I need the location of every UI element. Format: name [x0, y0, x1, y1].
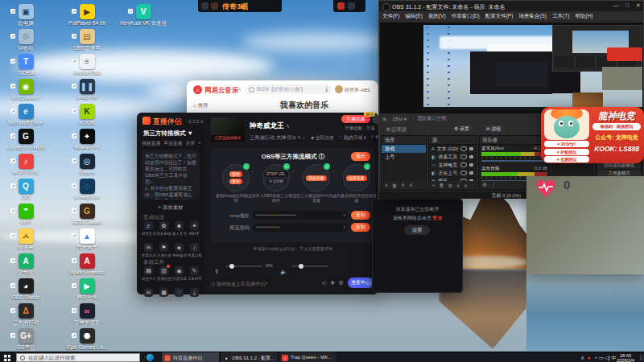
desktop-icon-腾讯先锋[interactable]: ▶↗腾讯先锋 — [60, 278, 114, 300]
tray-chevron-icon[interactable]: ∧ — [580, 355, 584, 361]
source-item-正在上号[interactable]: ◧正在上号 — [429, 169, 476, 177]
stat-我的守候 1[interactable]: ♡ 我的守候 1 — [338, 134, 366, 142]
obs-titlebar[interactable]: OBS 31.1.2 - 配置文件: 未命名 - 场景: 未命名 — □ ✕ — [379, 1, 643, 11]
lock-icon[interactable] — [469, 171, 473, 175]
background-window-strip[interactable]: 传奇3崛 — [198, 0, 282, 12]
obs-preview-canvas[interactable] — [380, 23, 643, 113]
add-tab-button[interactable]: + — [198, 140, 200, 147]
scene-item-上号[interactable]: 上号 — [382, 153, 426, 161]
menu-停靠窗口(D)[interactable]: 停靠窗口(D) — [452, 13, 480, 20]
desktop-icon-Microsoft Edge[interactable]: e↗Microsoft Edge — [0, 104, 52, 125]
stat-全民任务[interactable]: ◈ 全民任务 — [311, 134, 334, 142]
menu-帮助(H)[interactable]: 帮助(H) — [575, 13, 592, 20]
desktop-icon-微信[interactable]: ❞↗微信 — [0, 204, 52, 225]
desktop-icon-Epic Games La...[interactable]: ⬣↗Epic Games La... — [60, 328, 114, 350]
user-name[interactable]: 听世界·ABS — [345, 87, 374, 94]
desktop-icon-哈基米[interactable]: ㅅ↗哈基米 — [0, 228, 52, 250]
tool-运营学堂[interactable]: ◉运营学堂 — [171, 266, 187, 281]
tool-AI助手[interactable]: ✦AI助手 — [187, 221, 202, 236]
mic-icon[interactable]: 🎙 — [214, 269, 220, 274]
sources-dock-toolbar[interactable]: +🗑⚙∧∨ — [429, 181, 476, 189]
exit-mode-button[interactable]: 退出 — [351, 152, 370, 161]
step-mini-button[interactable]: 复制 — [229, 171, 242, 177]
desktop-icon-OBS Studio[interactable]: ◕↗OBS Studio — [0, 278, 52, 300]
broadcast-remind[interactable]: 开播提醒 · 分享 — [345, 125, 375, 131]
scenes-dock-title[interactable]: 场景 — [382, 136, 426, 145]
search-input[interactable]: BGM【好听的小曲】 — [246, 84, 332, 94]
menu-文件(F)[interactable]: 文件(F) — [382, 13, 399, 20]
desktop-icon-GG平台[interactable]: G+↗GG平台 — [0, 328, 52, 350]
edge-taskbar-icon[interactable] — [147, 354, 154, 361]
desktop-icon-Apex Legends[interactable]: A↗Apex Legends — [60, 253, 114, 275]
scenes-dock-toolbar[interactable]: +🗑∧∨ — [382, 181, 426, 189]
maximize-button[interactable]: □ — [622, 2, 632, 8]
scene-item-游戏[interactable]: 游戏 — [382, 145, 426, 153]
chevron-down-icon[interactable]: ▾ — [343, 211, 345, 220]
tool-真人互动[interactable]: ☻真人互动 — [171, 221, 187, 236]
step-circle[interactable]: 结束直播✓ — [343, 164, 370, 191]
copy-key-button[interactable]: 复制 — [351, 223, 370, 232]
desktop-icon-迅游加速器[interactable]: ◌↗迅游加速器 — [60, 179, 114, 200]
fit-window-label[interactable]: 适应窗口空间 — [417, 115, 446, 122]
add-material-button[interactable]: + 添加素材 — [137, 204, 204, 212]
tool-工单助手[interactable]: ✎工单助手 — [187, 266, 202, 281]
edit-icon[interactable]: ✎ ⌕ — [297, 135, 305, 140]
footer-tool-icons[interactable]: ◴❖⚙ — [322, 280, 344, 286]
desktop-icon-ToDesk[interactable]: T↗ToDesk — [0, 54, 52, 76]
avatar[interactable] — [335, 85, 343, 93]
tool-主播任务[interactable]: ⚑主播任务 — [156, 243, 171, 257]
source-item-文本 (GDI+)[interactable]: A文本 (GDI+) — [429, 145, 476, 153]
close-button[interactable]: ✕ — [634, 2, 643, 9]
tool-弹幕玩法[interactable]: ✉弹幕玩法 — [141, 243, 156, 257]
sources-dock-title[interactable]: 源 — [429, 136, 476, 145]
background-window-strip[interactable] — [333, 0, 365, 12]
taskbar-task-OBS 31.1.2 - 配置...[interactable]: ◕OBS 31.1.2 - 配置... — [220, 352, 278, 362]
menu-工具(T)[interactable]: 工具(T) — [552, 13, 569, 20]
minimize-button[interactable]: — — [611, 2, 621, 8]
visibility-eye-icon[interactable] — [460, 154, 467, 159]
tab-视频直播[interactable]: 视频直播 — [142, 140, 160, 147]
sidebar-item-recommend[interactable]: ⌂ 推荐 — [193, 102, 208, 109]
source-item-弹幕工具[interactable]: ◧弹幕工具 — [429, 153, 476, 161]
desktop-icon-Steam[interactable]: ◎↗Steam — [60, 154, 114, 175]
menu-视图(V)[interactable]: 视图(V) — [428, 13, 446, 20]
tray-app-icon[interactable]: ● — [588, 355, 591, 360]
mic-slider-knob[interactable] — [229, 264, 234, 269]
speaker-icon[interactable]: 🔈 — [280, 269, 287, 274]
danmaku-settings-button[interactable]: 设置 — [404, 225, 430, 235]
stream-key-field[interactable]: ••••••••••••••▾ — [253, 223, 348, 232]
chevron-down-icon[interactable]: ▾ — [343, 223, 345, 232]
source-item-龙神电竞[interactable]: ▭龙神电竞 — [429, 161, 476, 169]
zoom-icon[interactable]: ⊞ — [382, 116, 386, 121]
desktop-icon-QQ[interactable]: Q↗QQ — [0, 179, 52, 200]
zoom-level[interactable]: 25% ▾ — [390, 115, 410, 122]
copy-rtmp-button[interactable]: 复制 — [351, 211, 370, 220]
desktop-icon-百度网盘[interactable]: ▲↗百度网盘 — [60, 228, 114, 250]
tray-mic-icon[interactable]: 𝄐 — [594, 355, 597, 361]
recruit-button[interactable]: 主播招募 赚钱 — [341, 115, 370, 123]
taskbar-clock[interactable]: 18:43 2026/2/4 — [612, 353, 639, 362]
back-icon[interactable]: ‹ — [238, 84, 241, 93]
visibility-eye-icon[interactable] — [460, 146, 467, 151]
tool-智能场控[interactable]: ◈智能场控 — [171, 243, 187, 257]
speaker-slider[interactable] — [291, 265, 328, 267]
live-type-tabs[interactable]: 视频直播手游直播录屏+ — [142, 140, 200, 147]
step-circle[interactable]: 复制复制✓ — [222, 164, 250, 191]
desktop-icon-剪映专业版[interactable]: ✦↗剪映专业版 — [60, 129, 114, 150]
source-filters-button[interactable]: ⧉ 滤镜 — [482, 125, 505, 133]
desktop-icon-GOG Galaxy[interactable]: G↗GOG Galaxy — [60, 204, 114, 225]
desktop-icon-NVIDIA App[interactable]: ◉↗NVIDIA App — [0, 79, 52, 101]
desktop-icon-网易云音乐[interactable]: ♪↗网易云音乐 — [0, 154, 52, 175]
primary-action-button[interactable]: 连麦中心 — [348, 278, 374, 288]
desktop-icon-KOOK[interactable]: K↗KOOK — [60, 104, 114, 125]
menu-编辑(E)[interactable]: 编辑(E) — [405, 13, 423, 20]
taskbar-task-抖音直播伴侣[interactable]: ◫抖音直播伴侣 — [161, 352, 219, 362]
step-circle[interactable]: RTMP URL串流密钥✓ — [262, 164, 290, 191]
volume-slider[interactable] — [481, 160, 547, 162]
desktop-icon-雷神加速器[interactable]: ∞↗雷神加速器 — [60, 303, 114, 325]
desktop-icon-PotPlayer 64 bit[interactable]: ▶↗PotPlayer 64 bit — [60, 4, 114, 26]
lock-icon[interactable] — [469, 147, 473, 150]
edit-icon[interactable]: ✎ — [286, 124, 290, 129]
speaker-slider-knob[interactable] — [299, 264, 303, 269]
tool-弹幕点歌[interactable]: ♪弹幕点歌 — [187, 243, 202, 257]
